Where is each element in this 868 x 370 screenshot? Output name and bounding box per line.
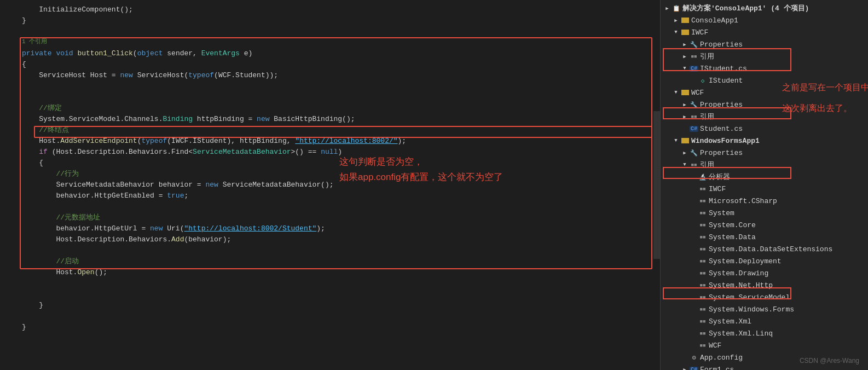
code-line: //行为: [0, 169, 660, 180]
tree-item[interactable]: ■■IWCF: [661, 183, 868, 195]
tree-arrow[interactable]: ▼: [672, 138, 680, 143]
line-content: //启动: [22, 256, 656, 267]
tree-label: App.config: [700, 354, 743, 362]
line-content: behavior.HttpGetUrl = new Uri("http://lo…: [22, 223, 656, 234]
tree-label: System.Data.DataSetExtensions: [709, 245, 832, 253]
tree-arrow[interactable]: ▶: [672, 18, 680, 24]
tree-arrow[interactable]: ▶: [680, 114, 689, 120]
tree-icon: 📋: [672, 5, 681, 12]
tree-item[interactable]: ■■System.Xml.Linq: [661, 327, 868, 339]
tree-arrow[interactable]: ▶: [680, 150, 689, 156]
tree-label: System.Deployment: [709, 257, 782, 265]
solution-explorer-panel: ▶📋解决方案'ConsoleApp1' (4 个项目)▶ConsoleApp1▼…: [660, 0, 868, 370]
tree-icon: C#: [689, 366, 699, 370]
tree-item[interactable]: ▶🔧Properties: [661, 38, 868, 50]
tree-icon: ■■: [698, 198, 708, 204]
line-content: InitializeComponent();: [22, 4, 656, 15]
tree-icon: [680, 89, 690, 96]
code-line: Host.Open();: [0, 267, 660, 278]
watermark-text: CSDN @Ares-Wang: [800, 357, 859, 365]
tree-arrow[interactable]: ▶: [680, 54, 689, 60]
tree-item[interactable]: ■■System.Deployment: [661, 255, 868, 267]
tree-icon: ■■: [689, 113, 699, 120]
tree-label: System.Data: [709, 233, 756, 241]
tree-label: System.Drawing: [709, 269, 768, 278]
code-line: //启动: [0, 256, 660, 267]
tree-arrow[interactable]: ▼: [672, 30, 680, 35]
tree-icon: ■■: [689, 53, 699, 60]
tree-icon: ■■: [698, 330, 708, 337]
tree-label: System.Xml: [709, 317, 751, 326]
code-line: }: [0, 15, 660, 26]
tree-label: System.Xml.Linq: [709, 329, 773, 338]
tree-label: Properties: [700, 41, 743, 49]
tree-item[interactable]: ▼IWCF: [661, 26, 868, 38]
tree-icon: [680, 17, 690, 24]
tree-item[interactable]: ▼C#IStudent.cs: [661, 62, 868, 74]
code-line: behavior.HttpGetUrl = new Uri("http://lo…: [0, 223, 660, 234]
tree-item[interactable]: ■■System.Xml: [661, 315, 868, 327]
tree-item[interactable]: ■■System.Data.DataSetExtensions: [661, 243, 868, 255]
tree-item[interactable]: C#Student.cs: [661, 123, 868, 135]
tree-item[interactable]: ■■Microsoft.CSharp: [661, 195, 868, 207]
tree-label: 引用: [700, 160, 714, 170]
tree-arrow[interactable]: ▼: [680, 162, 689, 167]
tree-icon: ■■: [698, 294, 708, 300]
annotation2-text: 如果app.config有配置，这个就不为空了: [339, 172, 503, 182]
code-line: [0, 278, 660, 289]
tree-icon: 🔧: [689, 101, 699, 108]
tree-arrow[interactable]: ▶: [663, 5, 672, 11]
line-content: Host.AddServiceEndpoint(typeof(IWCF.IStu…: [22, 136, 656, 147]
tree-item[interactable]: ■■System.ServiceModel: [661, 291, 868, 303]
code-line: InitializeComponent();: [0, 4, 660, 15]
tree-item[interactable]: ▼■■引用: [661, 159, 868, 171]
tree-item[interactable]: 🔬分析器: [661, 171, 868, 183]
tree-item[interactable]: ▶ConsoleApp1: [661, 14, 868, 26]
tree-area: ▶📋解决方案'ConsoleApp1' (4 个项目)▶ConsoleApp1▼…: [661, 0, 868, 370]
tree-label: Form1.cs: [700, 366, 734, 371]
tree-label: System: [709, 209, 734, 217]
annotation-text-2: 如果app.config有配置，这个就不为空了: [339, 171, 503, 183]
tree-item[interactable]: ■■System: [661, 207, 868, 219]
tree-item[interactable]: ■■System.Windows.Forms: [661, 303, 868, 315]
line-content: Host.Description.Behaviors.Add(behavior)…: [22, 234, 656, 245]
line-content: {: [22, 158, 656, 169]
tree-arrow[interactable]: ▶: [680, 367, 689, 371]
code-line: 1 个引用: [0, 37, 660, 48]
right-annotation1-text: 之前是写在一个项目中的，: [782, 83, 868, 92]
code-area: InitializeComponent();}1 个引用private void…: [0, 0, 660, 337]
tree-label: WCF: [691, 89, 704, 97]
tree-item[interactable]: ▶📋解决方案'ConsoleApp1' (4 个项目): [661, 2, 868, 14]
line-content: ServiceMetadataBehavior behavior = new S…: [22, 180, 656, 190]
tree-item[interactable]: ■■System.Data: [661, 231, 868, 243]
tree-label: System.Net.Http: [709, 281, 773, 290]
tree-arrow[interactable]: ▶: [680, 102, 689, 108]
line-content: }: [22, 322, 656, 333]
tree-arrow[interactable]: ▼: [680, 66, 689, 71]
tree-arrow[interactable]: ▶: [680, 42, 689, 48]
tree-label: System.Core: [709, 221, 756, 229]
tree-item[interactable]: ▼WindowsFormsApp1: [661, 135, 868, 147]
code-line: Host.AddServiceEndpoint(typeof(IWCF.IStu…: [0, 136, 660, 147]
line-content: }: [22, 15, 656, 26]
tree-item[interactable]: ▶🔧Properties: [661, 147, 868, 159]
tree-item[interactable]: ■■System.Net.Http: [661, 279, 868, 291]
line-content: //元数据地址: [22, 212, 656, 223]
line-content: if (Host.Description.Behaviors.Find<Serv…: [22, 147, 656, 158]
code-line: }: [0, 300, 660, 311]
code-line: ServiceMetadataBehavior behavior = new S…: [0, 180, 660, 190]
code-line: System.ServiceModel.Channels.Binding htt…: [0, 114, 660, 125]
code-line: //绑定: [0, 103, 660, 114]
line-content: //终结点: [22, 125, 656, 136]
tree-item[interactable]: ■■System.Drawing: [661, 267, 868, 279]
tree-icon: ■■: [698, 306, 708, 313]
code-scrollbar[interactable]: [653, 0, 660, 370]
tree-item[interactable]: ■■System.Core: [661, 219, 868, 231]
tree-item[interactable]: ■■WCF: [661, 339, 868, 351]
code-line: ServiceHost Host = new ServiceHost(typeo…: [0, 70, 660, 81]
tree-label: Student.cs: [700, 125, 743, 133]
tree-arrow[interactable]: ▼: [672, 90, 680, 95]
right-annotation-1: 之前是写在一个项目中的，: [782, 82, 868, 94]
tree-item[interactable]: ▶■■引用: [661, 50, 868, 62]
line-content: Host.Open();: [22, 267, 656, 278]
